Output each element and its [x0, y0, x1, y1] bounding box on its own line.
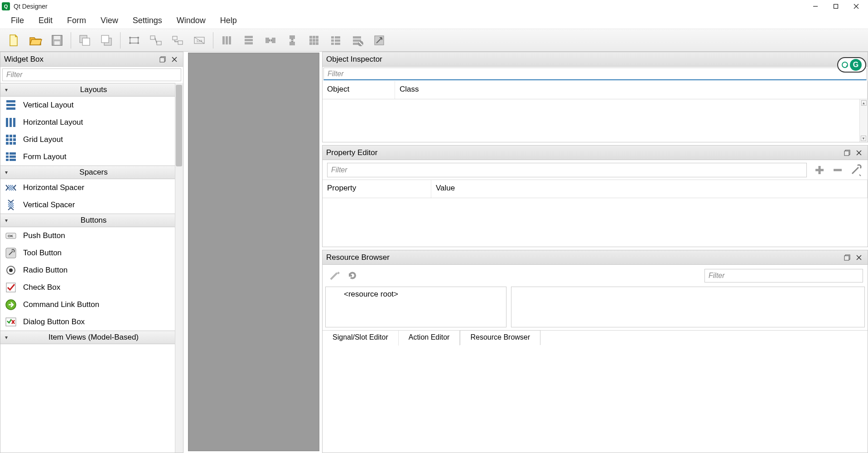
table-header-object[interactable]: Object — [323, 81, 395, 99]
property-editor-table-body — [323, 198, 868, 247]
scrollbar-thumb[interactable] — [176, 85, 182, 166]
menu-file[interactable]: File — [4, 14, 31, 27]
grammarly-widget[interactable]: G — [837, 57, 866, 73]
layout-vertical-splitter-button[interactable] — [283, 31, 302, 50]
table-header-class[interactable]: Class — [395, 81, 868, 99]
close-button[interactable] — [846, 0, 866, 13]
break-layout-button[interactable] — [348, 31, 367, 50]
resource-root-item[interactable]: <resource root> — [330, 290, 502, 299]
app-icon: Q — [2, 2, 10, 10]
resource-tree-pane[interactable]: <resource root> — [325, 287, 506, 327]
tab-action-editor[interactable]: Action Editor — [399, 331, 460, 346]
svg-rect-16 — [150, 36, 155, 39]
layout-form-button[interactable] — [326, 31, 345, 50]
edit-buddies-button[interactable] — [168, 31, 187, 50]
widget-box-title: Widget Box — [4, 55, 156, 64]
object-inspector-scrollbar[interactable]: ▲ ▼ — [859, 99, 868, 142]
resource-browser-filter[interactable] — [704, 269, 863, 283]
resource-preview-pane[interactable] — [511, 287, 865, 327]
resource-browser-filter-input[interactable] — [705, 269, 863, 282]
svg-rect-36 — [313, 39, 315, 42]
menu-form[interactable]: Form — [60, 14, 93, 27]
widget-item-dialog-button-box[interactable]: Dialog Button Box — [0, 313, 175, 331]
configure-button[interactable] — [847, 161, 865, 179]
send-back-button[interactable] — [75, 31, 94, 50]
menu-window[interactable]: Window — [169, 14, 213, 27]
category-item-views[interactable]: ▾ Item Views (Model-Based) — [0, 331, 175, 344]
widget-item-vertical-layout[interactable]: Vertical Layout — [0, 97, 175, 114]
menu-view[interactable]: View — [93, 14, 125, 27]
widget-item-grid-layout[interactable]: Grid Layout — [0, 131, 175, 148]
category-layouts[interactable]: ▾ Layouts — [0, 83, 175, 97]
widget-item-label: Check Box — [23, 283, 60, 292]
object-inspector-filter-input[interactable] — [324, 68, 866, 79]
svg-rect-69 — [6, 142, 9, 145]
widget-item-vertical-spacer[interactable]: Vertical Spacer — [0, 196, 175, 214]
svg-rect-57 — [6, 100, 15, 102]
svg-rect-65 — [13, 135, 16, 137]
widget-box-list: ▾ Layouts Vertical Layout Horizontal Lay… — [0, 83, 183, 344]
category-label: Layouts — [12, 85, 175, 94]
svg-rect-77 — [10, 159, 16, 161]
object-inspector-table-header: Object Class — [323, 81, 868, 99]
menu-help[interactable]: Help — [213, 14, 244, 27]
minimize-button[interactable] — [805, 0, 825, 13]
edit-widgets-button[interactable] — [125, 31, 144, 50]
resource-browser-close-button[interactable] — [854, 253, 864, 263]
edit-tabs-button[interactable]: 123 — [190, 31, 209, 50]
widget-item-tool-button[interactable]: Tool Button — [0, 244, 175, 262]
maximize-button[interactable] — [825, 0, 846, 13]
add-property-button[interactable] — [810, 161, 829, 179]
edit-resources-button[interactable] — [325, 267, 343, 285]
widget-box-filter-input[interactable] — [3, 69, 181, 81]
property-editor-filter-input[interactable] — [328, 163, 806, 177]
reload-resources-button[interactable] — [343, 267, 362, 285]
object-inspector-panel: Object Inspector Object Class ▲ ▼ — [322, 52, 868, 142]
layout-horizontal-button[interactable] — [217, 31, 236, 50]
resource-browser-float-button[interactable] — [842, 253, 852, 263]
widget-item-radio-button[interactable]: Radio Button — [0, 262, 175, 279]
widget-item-command-link-button[interactable]: Command Link Button — [0, 296, 175, 313]
remove-property-button[interactable] — [829, 161, 847, 179]
category-spacers[interactable]: ▾ Spacers — [0, 166, 175, 179]
new-file-button[interactable] — [4, 31, 23, 50]
layout-horizontal-splitter-button[interactable] — [261, 31, 280, 50]
menu-edit[interactable]: Edit — [31, 14, 60, 27]
object-inspector-filter[interactable] — [323, 68, 867, 80]
widget-item-horizontal-spacer[interactable]: Horizontal Spacer — [0, 179, 175, 196]
tab-signal-slot-editor[interactable]: Signal/Slot Editor — [323, 331, 399, 346]
layout-vertical-button[interactable] — [239, 31, 258, 50]
property-editor-filter[interactable] — [327, 163, 807, 177]
widget-item-horizontal-layout[interactable]: Horizontal Layout — [0, 114, 175, 131]
adjust-size-button[interactable] — [370, 31, 389, 50]
svg-rect-61 — [10, 118, 12, 127]
menu-settings[interactable]: Settings — [125, 14, 169, 27]
svg-rect-18 — [173, 36, 177, 40]
scroll-down-icon[interactable]: ▼ — [861, 136, 866, 141]
widget-item-check-box[interactable]: Check Box — [0, 279, 175, 296]
tab-resource-browser[interactable]: Resource Browser — [460, 330, 540, 345]
category-buttons[interactable]: ▾ Buttons — [0, 214, 175, 227]
widget-box-close-button[interactable] — [169, 54, 179, 64]
svg-point-12 — [129, 37, 131, 39]
property-editor-float-button[interactable] — [842, 148, 852, 158]
open-file-button[interactable] — [26, 31, 45, 50]
bring-front-button[interactable] — [97, 31, 116, 50]
widget-item-push-button[interactable]: OK Push Button — [0, 227, 175, 244]
save-file-button[interactable] — [48, 31, 67, 50]
svg-rect-38 — [309, 42, 312, 45]
scroll-up-icon[interactable]: ▲ — [861, 100, 867, 106]
svg-rect-60 — [6, 118, 8, 127]
widget-box-float-button[interactable] — [158, 54, 168, 64]
table-header-value[interactable]: Value — [431, 180, 868, 198]
widget-box-filter[interactable] — [2, 68, 181, 81]
layout-grid-button[interactable] — [304, 31, 323, 50]
property-editor-close-button[interactable] — [854, 148, 864, 158]
edit-signals-button[interactable] — [146, 31, 165, 50]
widget-box-scrollbar[interactable] — [175, 83, 183, 453]
toolbar: 123 — [0, 29, 868, 52]
check-box-icon — [4, 281, 18, 294]
table-header-property[interactable]: Property — [323, 180, 431, 198]
design-canvas[interactable] — [188, 53, 319, 451]
widget-item-form-layout[interactable]: Form Layout — [0, 148, 175, 166]
